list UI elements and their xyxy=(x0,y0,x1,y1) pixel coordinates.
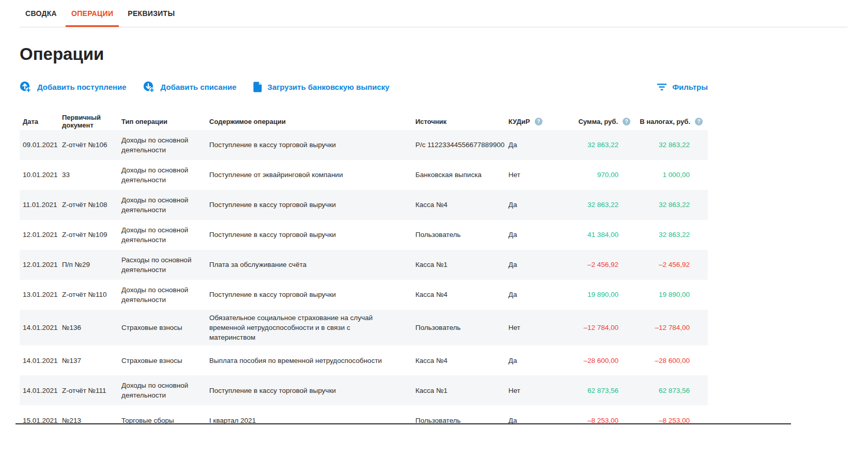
kudir-help-icon[interactable]: ? xyxy=(535,118,542,125)
cell-source: Банковская выписка xyxy=(415,170,508,180)
cell-operation-content: Обязательное социальное страхование на с… xyxy=(209,313,415,342)
cell-date: 13.01.2021 xyxy=(23,290,62,299)
cell-tax: 32 863,22 xyxy=(630,140,703,150)
cell-operation-content: Поступление в кассу торговой выручки xyxy=(209,290,415,299)
cell-kudir: Да xyxy=(508,200,562,210)
bottom-whitespace xyxy=(0,424,868,460)
col-header-document: Первичный документ xyxy=(62,114,121,129)
operations-table: Дата Первичный документ Тип операции Сод… xyxy=(20,113,708,435)
cell-operation-content: Поступление в кассу торговой выручки xyxy=(209,200,415,210)
cell-source: Касса №4 xyxy=(415,356,508,366)
cell-date: 11.01.2021 xyxy=(23,200,62,210)
cell-date: 09.01.2021 xyxy=(23,140,62,150)
cell-operation-type: Доходы по основной деятельности xyxy=(121,135,209,155)
cell-operation-type: Страховые взносы xyxy=(121,323,209,332)
cell-kudir: Да xyxy=(508,290,562,299)
cell-tax: 32 863,22 xyxy=(630,200,703,210)
table-body: 09.01.2021 Z-отчёт №106 Доходы по основн… xyxy=(20,130,708,435)
cell-source: Касса №4 xyxy=(415,290,508,299)
cell-kudir: Нет xyxy=(508,323,562,332)
cell-date: 12.01.2021 xyxy=(23,260,62,269)
cell-tax: –2 456,92 xyxy=(630,260,703,269)
amount-help-icon[interactable]: ? xyxy=(623,118,630,125)
cell-operation-type: Расходы по основной деятельности xyxy=(121,255,209,275)
cell-operation-content: Плата за обслуживание счёта xyxy=(209,260,415,269)
cell-kudir: Да xyxy=(508,230,562,240)
tax-help-icon[interactable]: ? xyxy=(695,118,703,125)
cell-tax: –12 784,00 xyxy=(630,323,703,332)
cell-document: Z-отчёт №109 xyxy=(62,230,121,240)
cell-operation-content: Выплата пособия по временной нетрудоспос… xyxy=(209,356,415,366)
cell-document: Z-отчёт №108 xyxy=(62,200,121,210)
tab-svodka[interactable]: СВОДКА xyxy=(20,0,63,27)
add-expense-button[interactable]: Добавить списание xyxy=(143,81,237,93)
tab-operacii[interactable]: ОПЕРАЦИИ xyxy=(66,0,119,27)
cell-operation-type: Доходы по основной деятельности xyxy=(121,380,209,400)
col-header-source: Источник xyxy=(415,118,508,125)
cell-operation-content: Поступление в кассу торговой выручки xyxy=(209,140,415,150)
cell-document: №137 xyxy=(62,356,121,366)
filters-button[interactable]: Фильтры xyxy=(657,83,708,91)
col-header-tax: В налогах, руб. ? xyxy=(630,118,703,125)
upload-statement-button[interactable]: Загрузить банковскую выписку xyxy=(253,82,390,92)
cell-amount: –28 600,00 xyxy=(562,356,630,366)
cell-operation-content: Поступление от эквайринговой компании xyxy=(209,170,415,180)
cell-operation-type: Доходы по основной деятельности xyxy=(121,165,209,185)
table-row[interactable]: 12.01.2021 Z-отчёт №109 Доходы по основн… xyxy=(20,220,708,250)
cell-amount: –12 784,00 xyxy=(562,323,630,332)
add-income-button[interactable]: Добавить поступление xyxy=(20,81,127,93)
add-income-icon xyxy=(20,81,32,93)
cell-tax: 1 000,00 xyxy=(630,170,703,180)
cell-amount: 32 863,22 xyxy=(562,140,630,150)
cell-amount: 970,00 xyxy=(562,170,630,180)
cell-operation-type: Доходы по основной деятельности xyxy=(121,225,209,245)
table-row[interactable]: 10.01.2021 33 Доходы по основной деятель… xyxy=(20,160,708,190)
tab-rekvizity[interactable]: РЕКВИЗИТЫ xyxy=(122,0,180,27)
cell-document: 33 xyxy=(62,170,121,180)
table-row[interactable]: 14.01.2021 №136 Страховые взносы Обязате… xyxy=(20,310,708,345)
cell-amount: –2 456,92 xyxy=(562,260,630,269)
col-header-kudir: КУДиР ? xyxy=(508,118,562,125)
cell-kudir: Нет xyxy=(508,170,562,180)
cell-date: 12.01.2021 xyxy=(23,230,62,240)
table-row[interactable]: 12.01.2021 П/п №29 Расходы по основной д… xyxy=(20,250,708,280)
col-header-amount: Сумма, руб. ? xyxy=(562,118,630,125)
add-expense-label: Добавить списание xyxy=(161,83,237,91)
cell-source: Р/с 11223344556677889900 xyxy=(415,140,508,150)
cell-operation-content: Поступление в кассу торговой выручки xyxy=(209,386,415,395)
cell-source: Пользователь xyxy=(415,323,508,332)
cell-source: Пользователь xyxy=(415,230,508,240)
page: СВОДКА ОПЕРАЦИИ РЕКВИЗИТЫ Операции Добав… xyxy=(0,0,868,460)
cell-kudir: Нет xyxy=(508,386,562,395)
table-row[interactable]: 13.01.2021 Z-отчёт №110 Доходы по основн… xyxy=(20,280,708,310)
cell-document: Z-отчёт №106 xyxy=(62,140,121,150)
cell-kudir: Да xyxy=(508,260,562,269)
cell-source: Касса №1 xyxy=(415,260,508,269)
tab-bar: СВОДКА ОПЕРАЦИИ РЕКВИЗИТЫ xyxy=(20,0,183,27)
filters-label: Фильтры xyxy=(672,83,708,91)
col-header-operation-type: Тип операции xyxy=(121,118,209,125)
table-row[interactable]: 14.01.2021 Z-отчёт №111 Доходы по основн… xyxy=(20,375,708,405)
cell-operation-type: Доходы по основной деятельности xyxy=(121,285,209,305)
cell-amount: 19 890,00 xyxy=(562,290,630,299)
document-icon xyxy=(253,82,262,92)
col-header-date: Дата xyxy=(23,118,62,125)
cell-amount: 62 873,56 xyxy=(562,386,630,395)
table-header-row: Дата Первичный документ Тип операции Сод… xyxy=(20,113,708,130)
actions-row: Добавить поступление Добавить списание xyxy=(20,81,708,93)
table-row[interactable]: 14.01.2021 №137 Страховые взносы Выплата… xyxy=(20,345,708,375)
cell-kudir: Да xyxy=(508,140,562,150)
tab-bar-divider xyxy=(20,27,847,27)
cell-operation-type: Страховые взносы xyxy=(121,356,209,366)
cell-source: Касса №4 xyxy=(415,200,508,210)
cell-kudir: Да xyxy=(508,356,562,366)
table-row[interactable]: 11.01.2021 Z-отчёт №108 Доходы по основн… xyxy=(20,190,708,220)
table-row[interactable]: 09.01.2021 Z-отчёт №106 Доходы по основн… xyxy=(20,130,708,160)
filter-icon xyxy=(657,83,667,91)
page-title: Операции xyxy=(20,44,104,64)
cell-tax: 19 890,00 xyxy=(630,290,703,299)
col-header-operation-content: Содержимое операции xyxy=(209,118,415,125)
upload-statement-label: Загрузить банковскую выписку xyxy=(268,83,390,91)
add-expense-icon xyxy=(143,81,155,93)
cell-document: №136 xyxy=(62,323,121,332)
